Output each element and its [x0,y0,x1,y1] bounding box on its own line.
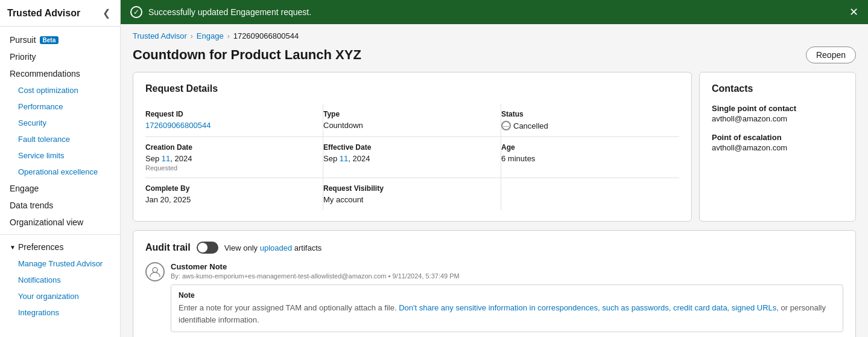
sidebar-item-notifications[interactable]: Notifications [0,272,120,288]
sidebar-item-pursuit[interactable]: Pursuit Beta [0,31,120,48]
creation-date-sub: Requested [145,164,313,172]
audit-title: Audit trail [145,242,191,253]
complete-by-value: Jan 20, 2025 [145,195,313,204]
type-value: Countdown [323,121,491,130]
page-header-row: Countdown for Product Launch XYZ Reopen [133,47,856,63]
creation-date-value: Sep 11, 2024 [145,154,313,163]
sidebar-item-fault-tolerance[interactable]: Fault tolerance [0,131,120,147]
sidebar-item-performance[interactable]: Performance [0,98,120,115]
sidebar-item-priority[interactable]: Priority [0,48,120,65]
sidebar-item-label: Manage Trusted Advisor [18,259,103,268]
complete-by-cell: Complete By Jan 20, 2025 [145,178,323,210]
note-dont-share-link[interactable]: Don't share any sensitive information in… [399,303,729,312]
request-id-cell: Request ID 172609066800544 [145,104,323,137]
status-text: Cancelled [513,121,548,130]
sidebar-item-label: Service limits [18,151,65,160]
sidebar-item-data-trends[interactable]: Data trends [0,197,120,214]
request-visibility-cell: Request Visibility My account [323,178,501,210]
type-label: Type [323,110,491,118]
note-meta: By: aws-kumo-emporium+es-management-test… [171,272,843,280]
breadcrumb-sep-1: › [191,32,193,40]
reopen-button[interactable]: Reopen [806,47,856,63]
type-cell: Type Countdown [323,104,501,137]
sidebar-item-manage-trusted-advisor[interactable]: Manage Trusted Advisor [0,255,120,272]
breadcrumb-engage[interactable]: Engage [197,31,224,40]
contact-spoc-email: avtholl@amazon.com [712,114,843,123]
sidebar-collapse-button[interactable]: ❮ [100,6,113,20]
age-cell: Age 6 minutes [501,137,679,178]
sidebar-section-preferences[interactable]: ▼ Preferences [0,239,120,255]
success-banner: ✓ Successfully updated Engagement reques… [121,0,868,24]
sidebar-item-label: Operational excellence [18,167,98,176]
page-content: Trusted Advisor › Engage › 1726090668005… [121,24,868,337]
note-content: Customer Note By: aws-kumo-emporium+es-m… [171,262,843,332]
banner-close-button[interactable]: ✕ [849,7,858,18]
page-title: Countdown for Product Launch XYZ [133,47,361,63]
sidebar-item-cost-optimization[interactable]: Cost optimization [0,82,120,98]
sidebar-header: Trusted Advisor ❮ [0,0,120,27]
empty-cell [501,178,679,210]
audit-filter-toggle[interactable] [197,242,218,254]
sidebar-item-label: Cost optimization [18,86,78,95]
age-value: 6 minutes [501,154,670,163]
request-details-grid: Request ID 172609066800544 Type Countdow… [145,104,679,210]
audit-trail-card: Audit trail View only uploaded artifacts… [133,230,856,337]
contact-spoc: Single point of contact avtholl@amazon.c… [712,104,843,123]
contact-spoc-role: Single point of contact [712,104,843,113]
sidebar-item-operational-excellence[interactable]: Operational excellence [0,164,120,180]
sidebar-item-label: Your organization [18,292,79,301]
success-check-icon: ✓ [130,6,142,18]
note-input-label: Note [179,291,835,300]
audit-filter-link[interactable]: uploaded [260,243,293,252]
request-details-card: Request Details Request ID 1726090668005… [133,72,692,222]
effective-date-cell: Effective Date Sep 11, 2024 [323,137,501,178]
nav-divider [0,234,120,235]
sidebar-item-your-organization[interactable]: Your organization [0,288,120,304]
breadcrumb: Trusted Advisor › Engage › 1726090668005… [133,31,856,40]
breadcrumb-sep-2: › [227,32,230,40]
beta-badge: Beta [40,36,59,44]
preferences-label: Preferences [18,242,63,252]
request-id-label: Request ID [145,110,313,118]
breadcrumb-trusted-advisor[interactable]: Trusted Advisor [133,31,187,40]
request-details-title: Request Details [145,83,679,94]
note-title: Customer Note [171,262,843,271]
effective-date-label: Effective Date [323,143,491,152]
status-value: — Cancelled [501,121,670,130]
request-visibility-value: My account [323,195,491,204]
cards-row: Request Details Request ID 1726090668005… [133,72,856,222]
sidebar-item-label: Notifications [18,275,61,284]
audit-filter-text: View only uploaded artifacts [224,243,322,252]
sidebar-item-label: Performance [18,102,63,111]
note-input-area[interactable]: Note Enter a note for your assigned TAM … [171,284,843,332]
sidebar: Trusted Advisor ❮ Pursuit Beta Priority … [0,0,121,337]
effective-date-link[interactable]: 11 [340,154,348,163]
sidebar-title: Trusted Advisor [7,8,80,19]
sidebar-item-organizational-view[interactable]: Organizational view [0,214,120,231]
request-id-value: 172609066800544 [145,121,313,130]
note-input-placeholder: Enter a note for your assigned TAM and o… [179,302,835,326]
creation-date-label: Creation Date [145,143,313,152]
sidebar-item-label: Priority [10,52,36,62]
sidebar-item-integrations[interactable]: Integrations [0,304,120,321]
sidebar-item-security[interactable]: Security [0,115,120,131]
sidebar-nav: Pursuit Beta Priority Recommendations Co… [0,27,120,337]
sidebar-item-label: Organizational view [10,217,83,227]
note-signed-urls-link[interactable]: signed URLs [732,303,776,312]
sidebar-item-label: Fault tolerance [18,135,70,144]
request-id-link[interactable]: 172609066800544 [145,121,211,130]
sidebar-item-label: Integrations [18,308,59,317]
sidebar-item-label: Pursuit [10,35,36,45]
status-cancelled-icon: — [501,121,511,130]
status-cell: Status — Cancelled [501,104,679,137]
sidebar-item-engage[interactable]: Engage [0,180,120,197]
sidebar-item-recommendations[interactable]: Recommendations [0,65,120,82]
sidebar-item-service-limits[interactable]: Service limits [0,147,120,164]
contact-poe-role: Point of escalation [712,133,843,142]
creation-date-link[interactable]: 11 [162,154,170,163]
sidebar-item-label: Recommendations [10,69,80,79]
preferences-arrow: ▼ [10,244,16,251]
contacts-card: Contacts Single point of contact avtholl… [699,72,856,222]
creation-date-cell: Creation Date Sep 11, 2024 Requested [145,137,323,178]
status-label: Status [501,110,670,118]
